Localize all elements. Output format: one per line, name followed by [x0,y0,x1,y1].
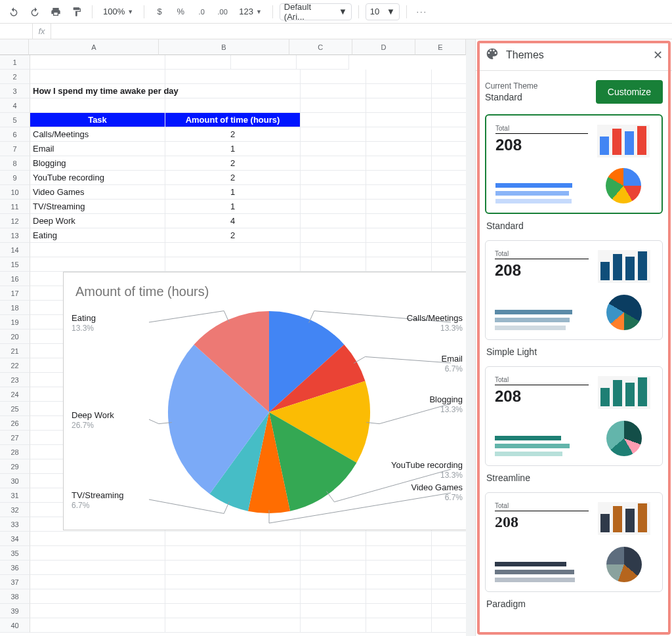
cell[interactable] [366,127,432,142]
cell[interactable] [30,575,165,589]
cell[interactable] [301,214,366,228]
cell[interactable] [301,604,366,618]
row-header[interactable]: 18 [0,301,30,315]
cell[interactable] [301,84,366,98]
cell[interactable] [432,618,466,633]
vertical-scrollbar[interactable] [466,39,475,636]
cell[interactable] [30,604,165,618]
column-header[interactable]: A [29,39,159,55]
cell[interactable] [301,98,366,113]
cell[interactable]: 2 [165,127,301,142]
cell[interactable]: Task [30,113,165,127]
close-icon[interactable]: ✕ [653,48,663,62]
cell[interactable] [165,604,301,618]
zoom-dropdown[interactable]: 100%▼ [99,3,137,20]
cell[interactable]: Blogging [30,156,165,171]
cell[interactable] [301,156,366,171]
cell[interactable] [301,171,366,185]
number-format-dropdown[interactable]: 123▼ [235,3,266,20]
cell[interactable] [432,243,466,257]
cell[interactable] [432,185,466,200]
row-header[interactable]: 22 [0,358,30,373]
cell[interactable] [301,113,366,127]
theme-card[interactable]: Total 208 [485,366,663,466]
cell[interactable] [301,589,366,604]
cell[interactable]: Video Games [30,185,165,200]
row-header[interactable]: 31 [0,488,30,503]
row-header[interactable]: 14 [0,243,30,257]
cell[interactable] [30,70,165,84]
cell[interactable] [30,561,165,575]
cell[interactable] [165,243,301,257]
cell[interactable] [366,604,432,618]
row-header[interactable]: 37 [0,575,30,589]
cell[interactable] [30,532,165,546]
cell[interactable] [366,561,432,575]
cell[interactable] [30,546,165,561]
increase-decimal-button[interactable]: .00 [214,3,231,20]
row-header[interactable]: 19 [0,315,30,329]
cell[interactable] [432,113,466,127]
cell[interactable] [165,84,301,98]
cell[interactable] [366,228,432,243]
cell[interactable] [165,257,301,272]
row-header[interactable]: 21 [0,344,30,358]
row-header[interactable]: 26 [0,416,30,431]
cell[interactable]: 1 [165,200,301,214]
cell[interactable] [301,200,366,214]
paint-format-button[interactable] [68,3,85,20]
format-currency-button[interactable]: $ [151,3,168,20]
row-header[interactable]: 15 [0,257,30,272]
cell[interactable] [301,546,366,561]
cell[interactable] [165,532,301,546]
cell[interactable] [432,127,466,142]
cell[interactable] [301,243,366,257]
row-header[interactable]: 28 [0,445,30,459]
cell[interactable] [366,70,432,84]
cell[interactable] [432,589,466,604]
row-header[interactable]: 27 [0,431,30,445]
theme-card[interactable]: Total 208 [485,114,663,214]
cell[interactable]: 4 [165,214,301,228]
cell[interactable] [366,243,432,257]
row-header[interactable]: 12 [0,214,30,228]
cell[interactable] [30,55,165,70]
cell[interactable] [301,127,366,142]
row-header[interactable]: 10 [0,185,30,200]
cell[interactable] [301,70,366,84]
cell[interactable] [432,156,466,171]
cell[interactable] [432,604,466,618]
row-header[interactable]: 5 [0,113,30,127]
cell[interactable] [30,98,165,113]
cell[interactable] [366,113,432,127]
cell[interactable] [432,561,466,575]
cell[interactable] [165,618,301,633]
cell[interactable] [301,532,366,546]
cell[interactable] [301,575,366,589]
cell[interactable] [366,532,432,546]
row-header[interactable]: 35 [0,546,30,561]
select-all-corner[interactable] [0,39,29,55]
row-header[interactable]: 36 [0,561,30,575]
cell[interactable] [366,257,432,272]
row-header[interactable]: 33 [0,517,30,532]
row-header[interactable]: 4 [0,98,30,113]
spreadsheet-grid[interactable]: A B C D E 123456789101112131415161718192… [0,39,466,636]
row-header[interactable]: 3 [0,84,30,98]
row-header[interactable]: 25 [0,402,30,416]
column-header[interactable]: D [352,39,415,55]
cell[interactable]: 2 [165,156,301,171]
print-button[interactable] [47,3,64,20]
cell[interactable] [432,84,466,98]
cell[interactable] [301,185,366,200]
cell[interactable] [301,561,366,575]
cell[interactable] [366,171,432,185]
cell[interactable] [165,546,301,561]
embedded-chart[interactable]: Amount of time (hours) Calls/Meetings13.… [63,272,466,530]
cell[interactable] [432,257,466,272]
row-header[interactable]: 1 [0,55,30,70]
redo-button[interactable] [26,3,43,20]
column-header[interactable]: C [289,39,352,55]
cell[interactable] [30,589,165,604]
row-header[interactable]: 34 [0,532,30,546]
